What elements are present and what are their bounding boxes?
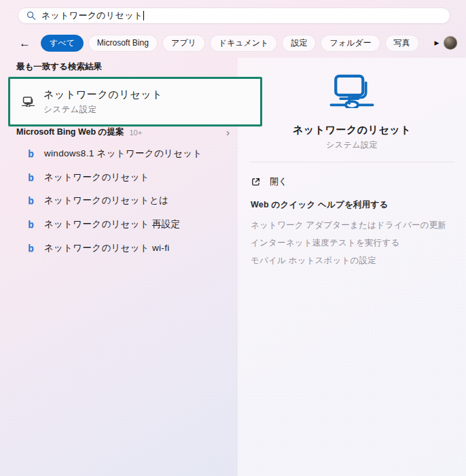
bing-logo-icon: b [27,173,35,182]
best-match-title: ネットワークのリセット [43,88,162,101]
chevron-right-icon[interactable]: › [226,127,230,137]
search-query-text: ネットワークのリセット [41,10,143,22]
quick-link-web-help[interactable]: Web のクイック ヘルプを利用する [251,199,388,211]
back-arrow-icon[interactable]: ← [19,37,31,49]
bing-suggestion-row[interactable]: b ネットワークのリセット 再設定 [27,218,180,231]
windows-search-panel: ネットワークのリセット ← すべて Microsoft Bing アプリ ドキュ… [0,0,466,476]
more-filters-icon[interactable]: ▶ [435,40,440,46]
open-action[interactable]: 開く [251,175,287,188]
network-reset-icon-small [22,97,35,107]
user-avatar[interactable] [444,36,457,50]
bing-suggestions-header[interactable]: Microsoft Bing Web の提案 10+ › [16,126,230,138]
divider [249,162,454,163]
bing-logo-icon: b [27,149,35,158]
bing-logo-icon: b [27,196,35,205]
bing-suggestion-row[interactable]: b ネットワークのリセット wi-fi [27,241,170,255]
bing-section-title: Microsoft Bing Web の提案 [16,126,124,138]
tab-all[interactable]: すべて [41,35,84,52]
search-icon [26,11,36,20]
open-external-icon [251,177,261,187]
quick-link-speed-test[interactable]: インターネット速度テストを実行する [251,237,399,249]
tab-documents[interactable]: ドキュメント [210,35,278,52]
suggestion-label: ネットワークのリセット wi-fi [44,242,170,254]
network-reset-icon-large [329,74,374,108]
preview-title: ネットワークのリセット [238,124,466,137]
bing-suggestion-row[interactable]: b windows8.1 ネットワークのリセット [27,147,202,160]
bing-suggestion-row[interactable]: b ネットワークのリセットとは [27,194,168,207]
preview-panel: ネットワークのリセット システム設定 開く Web のクイック ヘルプを利用する… [238,58,466,476]
search-input[interactable]: ネットワークのリセット [18,7,450,24]
best-match-subtitle: システム設定 [43,104,162,116]
tab-photos[interactable]: 写真 [385,35,419,52]
suggestion-label: ネットワークのリセットとは [44,194,168,207]
bing-logo-icon: b [27,243,35,253]
open-label: 開く [270,175,287,188]
tab-folders[interactable]: フォルダー [321,35,380,52]
tab-settings[interactable]: 設定 [282,35,316,52]
suggestion-label: ネットワークのリセット [44,171,149,184]
quick-link-mobile-hotspot[interactable]: モバイル ホットスポットの設定 [251,255,376,267]
tab-apps[interactable]: アプリ [162,35,205,52]
best-match-result[interactable]: ネットワークのリセット システム設定 [8,77,262,126]
suggestion-label: ネットワークのリセット 再設定 [44,218,180,231]
bing-section-count-badge: 10+ [129,129,142,137]
text-caret [143,11,144,20]
bing-suggestion-row[interactable]: b ネットワークのリセット [27,171,149,184]
tab-microsoft-bing[interactable]: Microsoft Bing [88,35,158,52]
filter-bar: ← すべて Microsoft Bing アプリ ドキュメント 設定 フォルダー… [0,33,466,52]
suggestion-label: windows8.1 ネットワークのリセット [44,148,202,160]
preview-subtitle: システム設定 [238,139,466,151]
bing-logo-icon: b [27,220,35,229]
best-match-header: 最も一致する検索結果 [16,61,102,73]
quick-link-update-adapter[interactable]: ネットワーク アダプターまたはドライバーの更新 [251,220,446,231]
